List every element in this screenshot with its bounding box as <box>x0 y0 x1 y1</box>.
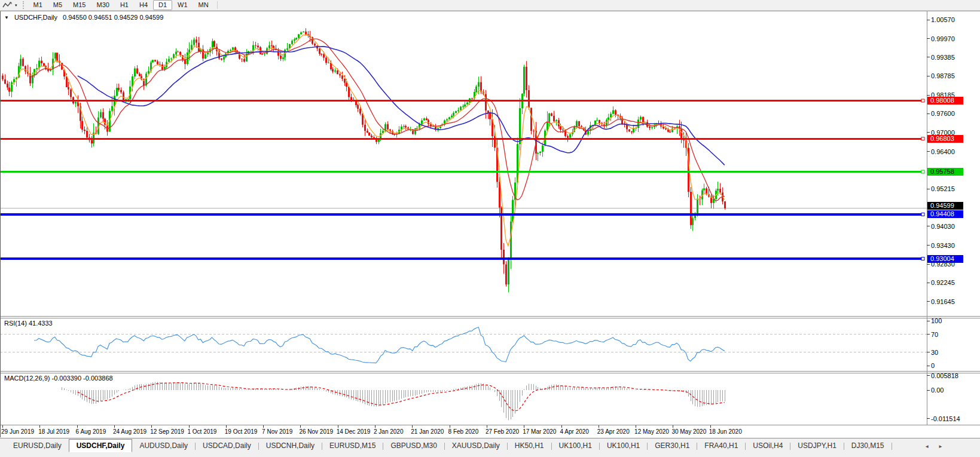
chart-tab-eurusd-m15[interactable]: EURUSD,M15 <box>322 440 383 452</box>
rsi-axis-label: 100 <box>931 317 942 324</box>
collapse-chart-icon[interactable]: ▼ <box>4 15 9 20</box>
price-flag: 0.96803 <box>927 135 963 143</box>
chart-tab-usoil-h4[interactable]: USOil,H4 <box>746 440 790 452</box>
timeframe-button-m1[interactable]: M1 <box>28 0 48 10</box>
tab-separator <box>892 443 892 450</box>
y-axis-label: 0.99385 <box>931 54 955 61</box>
timeframe-button-m5[interactable]: M5 <box>48 0 68 10</box>
rsi-axis-label: 70 <box>931 331 938 338</box>
x-axis-date-label: 7 Nov 2019 <box>262 428 292 435</box>
timeframe-button-w1[interactable]: W1 <box>172 0 193 10</box>
chart-tab-fra40-h1[interactable]: FRA40,H1 <box>697 440 745 452</box>
y-axis-label: 0.98785 <box>931 72 955 79</box>
price-chart-canvas[interactable] <box>0 11 980 438</box>
chart-tab-audusd-daily[interactable]: AUDUSD,Daily <box>132 440 195 452</box>
chart-tab-usdcad-daily[interactable]: USDCAD,Daily <box>196 440 258 452</box>
chart-title: ▼ USDCHF,Daily 0.94550 0.94651 0.94529 0… <box>4 14 163 21</box>
rsi-axis-label: 30 <box>931 349 938 356</box>
x-axis-date-label: 12 May 2020 <box>634 428 669 435</box>
x-axis-date-label: 29 Jun 2019 <box>1 428 34 435</box>
x-axis-date-label: 8 Feb 2020 <box>448 428 479 435</box>
chart-tab-ger30-h1[interactable]: GER30,H1 <box>648 440 697 452</box>
mt4-window: ▾ M1M5M15M30H1H4D1W1MN ▼ USDCHF,Daily 0.… <box>0 0 980 457</box>
x-axis-date-label: 17 Mar 2020 <box>523 428 556 435</box>
indicator-tool-button[interactable]: ▾ <box>0 0 20 10</box>
chart-tab-uk100-h1[interactable]: UK100,H1 <box>600 440 647 452</box>
x-axis-date-label: 6 Aug 2019 <box>76 428 106 435</box>
x-axis-date-label: 27 Feb 2020 <box>486 428 519 435</box>
y-axis-label: 0.93430 <box>931 242 955 249</box>
timeframe-button-h4[interactable]: H4 <box>134 0 153 10</box>
y-axis-label: 0.91645 <box>931 298 955 305</box>
y-axis-label: 0.92245 <box>931 279 955 286</box>
x-axis-date-label: 1 Oct 2019 <box>188 428 217 435</box>
rsi-axis-label: 0 <box>931 362 935 369</box>
macd-axis-label: 0.00 <box>931 387 944 394</box>
y-axis-label: 0.99970 <box>931 35 955 42</box>
chart-tab-usdjpy-h1[interactable]: USDJPY,H1 <box>790 440 843 452</box>
price-flag: 0.98008 <box>927 97 963 105</box>
chart-tab-xauusd-daily[interactable]: XAUUSD,Daily <box>445 440 507 452</box>
tab-scroll-left-icon[interactable]: ◄ <box>924 444 929 449</box>
price-flag: 0.93004 <box>927 255 963 263</box>
y-axis-label: 0.97600 <box>931 110 955 117</box>
macd-indicator-label: MACD(12,26,9) -0.003390 -0.003868 <box>4 375 113 382</box>
chart-window: ▼ USDCHF,Daily 0.94550 0.94651 0.94529 0… <box>0 11 980 438</box>
timeframe-button-mn[interactable]: MN <box>193 0 214 10</box>
chart-tab-bar: EURUSD,DailyUSDCHF,DailyAUDUSD,DailyUSDC… <box>0 438 980 457</box>
chevron-down-icon: ▾ <box>15 3 17 8</box>
toolbar-grip[interactable] <box>23 1 24 9</box>
x-axis-date-label: 12 Sep 2019 <box>150 428 184 435</box>
timeframe-button-m15[interactable]: M15 <box>68 0 91 10</box>
chart-tab-eurusd-daily[interactable]: EURUSD,Daily <box>6 440 69 452</box>
rsi-indicator-label: RSI(14) 41.4333 <box>4 320 53 327</box>
chart-tab-hk50-h1[interactable]: HK50,H1 <box>508 440 551 452</box>
chart-symbol-label: USDCHF,Daily <box>14 14 57 21</box>
macd-axis-label: -0.011514 <box>931 415 960 422</box>
toolbar: ▾ M1M5M15M30H1H4D1W1MN <box>0 0 980 11</box>
tab-nav: ◄ ► <box>924 444 943 449</box>
x-axis-date-label: 14 Dec 2019 <box>337 428 371 435</box>
y-axis-label: 1.00570 <box>931 16 955 23</box>
chart-tab-usdchf-daily[interactable]: USDCHF,Daily <box>69 439 133 452</box>
tab-scroll-right-icon[interactable]: ► <box>938 444 943 449</box>
y-axis-label: 0.96400 <box>931 148 955 155</box>
chart-tab-gbpusd-m30[interactable]: GBPUSD,M30 <box>383 440 444 452</box>
x-axis-date-label: 23 Apr 2020 <box>597 428 630 435</box>
chart-tab-usdcnh-daily[interactable]: USDCNH,Daily <box>259 440 322 452</box>
y-axis-label: 0.94030 <box>931 223 955 230</box>
timeframe-button-d1[interactable]: D1 <box>153 0 172 10</box>
x-axis-date-label: 18 Jul 2019 <box>38 428 69 435</box>
x-axis-date-label: 19 Oct 2019 <box>225 428 257 435</box>
chart-tab-dj30-m15[interactable]: DJ30,M15 <box>844 440 892 452</box>
toolbar-separator <box>217 1 218 9</box>
chart-tab-uk100-h1[interactable]: UK100,H1 <box>552 440 599 452</box>
timeframe-toolbar: M1M5M15M30H1H4D1W1MN <box>28 0 221 10</box>
timeframe-button-m30[interactable]: M30 <box>91 0 114 10</box>
zigzag-indicator-icon <box>2 1 13 9</box>
y-axis-label: 0.95215 <box>931 185 955 192</box>
timeframe-button-h1[interactable]: H1 <box>115 0 134 10</box>
x-axis-date-label: 4 Apr 2020 <box>560 428 589 435</box>
current-price-flag: 0.94599 <box>927 202 963 210</box>
x-axis-date-label: 18 Jun 2020 <box>709 428 742 435</box>
chart-ohlc-values: 0.94550 0.94651 0.94529 0.94599 <box>63 14 163 21</box>
x-axis-date-label: 24 Aug 2019 <box>113 428 146 435</box>
x-axis-date-label: 21 Jan 2020 <box>411 428 444 435</box>
price-flag: 0.95758 <box>927 168 963 176</box>
macd-axis-label: 0.005818 <box>931 372 958 379</box>
x-axis-date-label: 2 Jan 2020 <box>374 428 404 435</box>
price-flag: 0.94408 <box>927 210 963 218</box>
x-axis-date-label: 30 May 2020 <box>671 428 706 435</box>
x-axis-date-label: 26 Nov 2019 <box>299 428 333 435</box>
